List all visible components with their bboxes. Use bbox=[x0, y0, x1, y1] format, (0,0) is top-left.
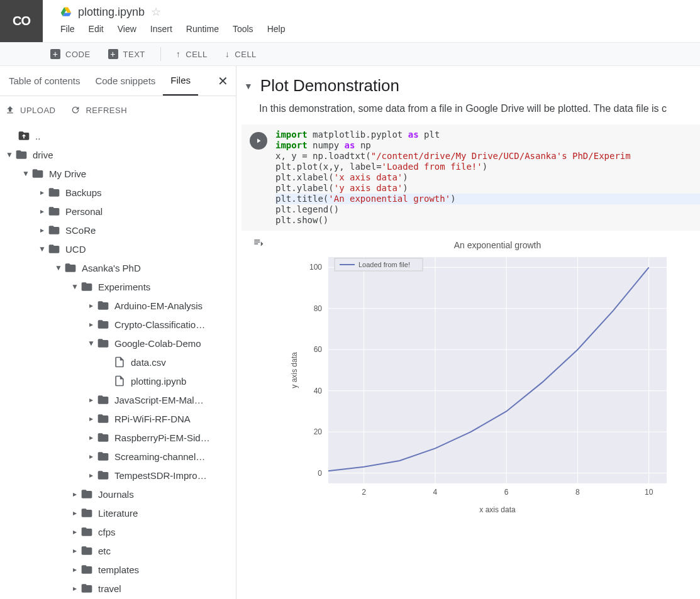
chevron-right-icon[interactable]: ▸ bbox=[69, 565, 81, 574]
chevron-right-icon[interactable]: ▸ bbox=[69, 546, 81, 555]
add-code-button[interactable]: +CODE bbox=[43, 47, 98, 62]
chevron-right-icon[interactable]: ▸ bbox=[86, 301, 97, 310]
chevron-down-icon[interactable]: ▼ bbox=[69, 282, 81, 291]
tree-file-plotting-ipynb[interactable]: plotting.ipynb bbox=[0, 371, 236, 390]
cell-up-button[interactable]: ↑CELL bbox=[169, 47, 215, 62]
tree-folder-literature[interactable]: ▸Literature bbox=[0, 503, 236, 522]
tree-folder-arduino-em-analysis[interactable]: ▸Arduino-EM-Analysis bbox=[0, 296, 236, 315]
menu-insert[interactable]: Insert bbox=[150, 24, 172, 34]
chevron-right-icon[interactable]: ▸ bbox=[36, 207, 48, 216]
tree-folder-score[interactable]: ▸SCoRe bbox=[0, 221, 236, 239]
menu-tools[interactable]: Tools bbox=[233, 24, 253, 34]
menu-edit[interactable]: Edit bbox=[89, 24, 104, 34]
tree-up[interactable]: .. bbox=[0, 126, 236, 145]
sidebar-tab-files[interactable]: Files bbox=[163, 66, 198, 96]
chevron-right-icon[interactable]: ▸ bbox=[69, 527, 81, 536]
code-cell[interactable]: import matplotlib.pyplot as pltimport nu… bbox=[242, 124, 700, 231]
chevron-down-icon[interactable]: ▼ bbox=[36, 245, 48, 253]
section-text: In this demonstration, some data from a … bbox=[236, 103, 700, 124]
chevron-down-icon[interactable]: ▼ bbox=[53, 263, 64, 272]
tree-folder-ucd[interactable]: ▼UCD bbox=[0, 239, 236, 258]
chevron-right-icon[interactable]: ▸ bbox=[36, 226, 48, 234]
cell-down-button[interactable]: ↓CELL bbox=[218, 47, 264, 62]
sidebar-tab-table-of-contents[interactable]: Table of contents bbox=[1, 67, 87, 95]
chevron-right-icon[interactable]: ▸ bbox=[86, 433, 97, 442]
tree-folder-templates[interactable]: ▸templates bbox=[0, 560, 236, 579]
close-icon[interactable]: ✕ bbox=[214, 74, 232, 89]
svg-text:60: 60 bbox=[314, 345, 323, 354]
svg-text:Loaded from file!: Loaded from file! bbox=[358, 261, 410, 268]
chevron-right-icon[interactable]: ▸ bbox=[86, 320, 97, 329]
tree-label: Arduino-EM-Analysis bbox=[114, 300, 203, 311]
tree-folder-cfps[interactable]: ▸cfps bbox=[0, 522, 236, 541]
chevron-down-icon[interactable]: ▼ bbox=[86, 339, 97, 348]
document-title[interactable]: plotting.ipynb bbox=[78, 6, 145, 19]
chevron-down-icon[interactable]: ▼ bbox=[4, 150, 15, 159]
tree-label: Backups bbox=[65, 187, 102, 198]
tree-folder-tempestsdr-impro-[interactable]: ▸TempestSDR-Impro… bbox=[0, 466, 236, 485]
svg-text:100: 100 bbox=[309, 263, 322, 272]
tree-label: plotting.ipynb bbox=[131, 376, 186, 387]
files-sidebar: Table of contentsCode snippetsFiles✕ UPL… bbox=[0, 66, 236, 599]
tree-file-data-csv[interactable]: data.csv bbox=[0, 353, 236, 371]
chevron-right-icon[interactable]: ▸ bbox=[69, 490, 81, 498]
chevron-right-icon[interactable]: ▸ bbox=[86, 452, 97, 461]
sidebar-tabs: Table of contentsCode snippetsFiles✕ bbox=[0, 66, 236, 96]
chevron-right-icon[interactable]: ▸ bbox=[69, 508, 81, 517]
tree-folder-drive[interactable]: ▼drive bbox=[0, 145, 236, 164]
tree-folder-etc[interactable]: ▸etc bbox=[0, 541, 236, 560]
menu-view[interactable]: View bbox=[118, 24, 136, 34]
drive-icon bbox=[60, 6, 72, 18]
menu-file[interactable]: File bbox=[60, 24, 75, 34]
add-text-button[interactable]: +TEXT bbox=[101, 47, 153, 62]
section-toggle-icon[interactable]: ▼ bbox=[244, 81, 253, 91]
tree-folder-screaming-channel-[interactable]: ▸Screaming-channel… bbox=[0, 447, 236, 466]
chevron-right-icon[interactable]: ▸ bbox=[69, 584, 81, 593]
chevron-right-icon[interactable]: ▸ bbox=[86, 395, 97, 404]
tree-folder-asanka-s-phd[interactable]: ▼Asanka's PhD bbox=[0, 258, 236, 277]
tree-folder-crypto-classificatio-[interactable]: ▸Crypto-Classificatio… bbox=[0, 315, 236, 334]
sidebar-tab-code-snippets[interactable]: Code snippets bbox=[87, 67, 163, 95]
tree-folder-javascript-em-mal-[interactable]: ▸JavaScript-EM-Mal… bbox=[0, 390, 236, 409]
chevron-right-icon[interactable]: ▸ bbox=[36, 188, 48, 197]
output-chart: 246810020406080100An exponential growthx… bbox=[283, 238, 673, 521]
tree-folder-backups[interactable]: ▸Backups bbox=[0, 183, 236, 202]
section-title: Plot Demonstration bbox=[260, 76, 399, 96]
tree-label: UCD bbox=[65, 244, 86, 255]
tree-label: data.csv bbox=[131, 357, 166, 368]
tree-label: Crypto-Classificatio… bbox=[114, 319, 205, 330]
code-editor[interactable]: import matplotlib.pyplot as pltimport nu… bbox=[275, 129, 700, 226]
tree-folder-google-colab-demo[interactable]: ▼Google-Colab-Demo bbox=[0, 334, 236, 353]
file-tree[interactable]: ..▼drive▼My Drive▸Backups▸Personal▸SCoRe… bbox=[0, 124, 236, 599]
tree-label: Google-Colab-Demo bbox=[114, 338, 201, 349]
tree-folder-journals[interactable]: ▸Journals bbox=[0, 485, 236, 503]
tree-folder-raspberrypi-em-sid-[interactable]: ▸RaspberryPi-EM-Sid… bbox=[0, 428, 236, 447]
colab-logo[interactable]: CO bbox=[0, 0, 43, 42]
run-cell-button[interactable] bbox=[250, 132, 267, 150]
tree-label: TempestSDR-Impro… bbox=[114, 470, 207, 481]
tree-folder-experiments[interactable]: ▼Experiments bbox=[0, 277, 236, 296]
svg-text:40: 40 bbox=[314, 387, 323, 395]
plus-icon: + bbox=[108, 49, 118, 59]
tree-label: Journals bbox=[98, 489, 134, 500]
refresh-button[interactable]: REFRESH bbox=[70, 105, 127, 115]
tree-label: drive bbox=[33, 150, 53, 160]
tree-folder-my-drive[interactable]: ▼My Drive bbox=[0, 164, 236, 183]
svg-text:10: 10 bbox=[645, 488, 653, 497]
tree-folder-rpi-wifi-rf-dna[interactable]: ▸RPi-WiFi-RF-DNA bbox=[0, 409, 236, 428]
tree-label: Literature bbox=[98, 508, 138, 519]
tree-folder-travel[interactable]: ▸travel bbox=[0, 579, 236, 598]
chevron-down-icon[interactable]: ▼ bbox=[20, 169, 31, 178]
tree-folder-personal[interactable]: ▸Personal bbox=[0, 202, 236, 221]
upload-button[interactable]: UPLOAD bbox=[5, 105, 55, 115]
output-toggle-icon[interactable] bbox=[253, 238, 264, 250]
cell-output: 246810020406080100An exponential growthx… bbox=[242, 231, 700, 534]
notebook-area[interactable]: ▼ Plot Demonstration In this demonstrati… bbox=[236, 66, 700, 599]
toolbar: +CODE +TEXT ↑CELL ↓CELL bbox=[0, 42, 700, 66]
menu-runtime[interactable]: Runtime bbox=[186, 24, 219, 34]
svg-text:y axis data: y axis data bbox=[290, 352, 299, 388]
menu-help[interactable]: Help bbox=[267, 24, 286, 34]
chevron-right-icon[interactable]: ▸ bbox=[86, 471, 97, 480]
star-icon[interactable]: ☆ bbox=[151, 5, 161, 19]
chevron-right-icon[interactable]: ▸ bbox=[86, 414, 97, 423]
